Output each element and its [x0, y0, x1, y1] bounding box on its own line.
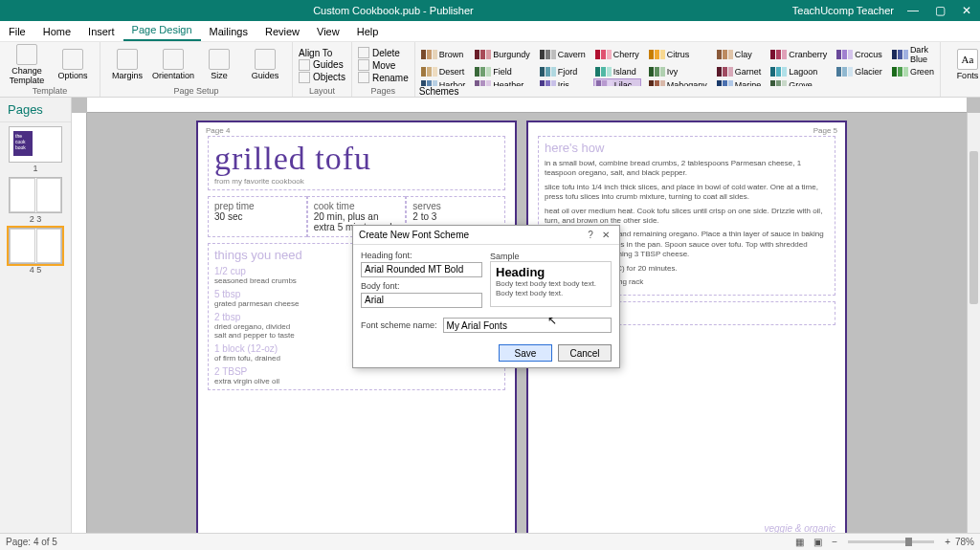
scheme-green[interactable]: Green [890, 66, 936, 77]
pages-panel-title: Pages [0, 98, 71, 122]
menu-insert[interactable]: Insert [79, 22, 123, 41]
scheme-mahogany[interactable]: Mahogany [647, 78, 709, 86]
scheme-garnet[interactable]: Garnet [715, 66, 764, 77]
step-text: in a small bowl, combine bread crumbs, 2… [545, 159, 829, 179]
menu-page-design[interactable]: Page Design [123, 20, 201, 41]
scheme-ivy[interactable]: Ivy [647, 66, 709, 77]
heading-font-label: Heading font: [361, 251, 482, 260]
sample-heading: Heading [496, 265, 606, 279]
footer-brand: veggie & organic [765, 523, 836, 533]
sample-label: Sample [490, 252, 520, 261]
scheme-clay[interactable]: Clay [715, 44, 764, 65]
align-objects-toggle[interactable]: Objects [299, 72, 345, 83]
menu-bar: File Home Insert Page Design Mailings Re… [0, 21, 980, 42]
scheme-fjord[interactable]: Fjord [538, 66, 588, 77]
recipe-subtitle: from my favorite cookbook [214, 177, 499, 186]
scheme-cavern[interactable]: Cavern [538, 44, 588, 65]
rename-page-button[interactable]: Rename [358, 72, 409, 83]
guides-button[interactable]: Guides [244, 49, 286, 81]
sample-preview: Heading Body text body text body text. B… [490, 261, 612, 307]
cancel-button[interactable]: Cancel [558, 344, 612, 362]
group-pages-label: Pages [358, 86, 409, 97]
user-name: TeachUcomp Teacher [787, 5, 900, 16]
scheme-island[interactable]: Island [593, 66, 641, 77]
thumb-label: 2 3 [0, 214, 71, 224]
thumb-label: 1 [0, 164, 71, 173]
fonts-button[interactable]: AaFonts [947, 49, 980, 81]
size-button[interactable]: Size [198, 49, 240, 81]
group-layout-label: Layout [299, 86, 345, 97]
body-font-dropdown[interactable]: Arial [361, 293, 482, 308]
align-guides-toggle[interactable]: Guides [299, 59, 345, 71]
schemes-gallery[interactable]: BrownBurgundyCavernCherryCitrusClayCranb… [415, 42, 941, 97]
group-pagebg-label: Page Background [947, 86, 980, 97]
scheme-citrus[interactable]: Citrus [647, 44, 709, 65]
menu-help[interactable]: Help [348, 22, 388, 41]
zoom-slider[interactable] [848, 540, 934, 543]
sample-body: Body text body text body text. Body text… [496, 279, 606, 297]
change-template-button[interactable]: Change Template [6, 44, 48, 86]
margins-button[interactable]: Margins [106, 49, 148, 81]
page-thumb-0[interactable]: the cook book [9, 126, 62, 163]
scheme-iris[interactable]: Iris [538, 78, 588, 86]
menu-view[interactable]: View [308, 22, 348, 41]
scheme-cranberry[interactable]: Cranberry [768, 44, 829, 65]
zoom-in-button[interactable]: + [940, 537, 955, 547]
view-single-button[interactable]: ▦ [791, 537, 809, 547]
pages-panel: Pages the cook book12 34 5 [0, 98, 72, 533]
view-spread-button[interactable]: ▣ [809, 537, 827, 547]
thumb-label: 4 5 [0, 265, 71, 275]
ingredient-desc: of firm tofu, drained [214, 354, 353, 363]
ingredient-desc: dried oregano, dividedsalt and pepper to… [214, 322, 353, 340]
step-text: slice tofu into 1/4 inch thick slices, a… [545, 183, 829, 203]
menu-home[interactable]: Home [34, 22, 79, 41]
scheme-lagoon[interactable]: Lagoon [768, 66, 829, 77]
page-thumb-2[interactable] [9, 228, 62, 264]
alignto-label: Align To [299, 48, 345, 58]
menu-mailings[interactable]: Mailings [201, 22, 256, 41]
close-button[interactable]: ✕ [953, 0, 980, 21]
orientation-button[interactable]: Orientation [152, 49, 194, 81]
scheme-glacier[interactable]: Glacier [835, 66, 884, 77]
page-number: Page 5 [813, 126, 837, 135]
zoom-out-button[interactable]: − [827, 537, 842, 547]
scheme-harbor[interactable]: Harbor [419, 78, 468, 86]
heading-font-dropdown[interactable]: Arial Rounded MT Bold [361, 262, 482, 277]
ingredient-amount: 2 TBSP [214, 366, 353, 377]
scheme-dark-blue[interactable]: Dark Blue [890, 44, 936, 65]
page-number: Page 4 [206, 126, 230, 135]
scheme-desert[interactable]: Desert [419, 66, 468, 77]
dialog-close-button[interactable]: ✕ [598, 230, 613, 240]
scheme-name-input[interactable] [443, 318, 612, 333]
vertical-ruler [72, 113, 87, 533]
menu-review[interactable]: Review [256, 22, 308, 41]
ingredient-amount: 5 tbsp [214, 289, 353, 299]
scheme-crocus[interactable]: Crocus [835, 44, 884, 65]
scheme-grove[interactable]: Grove [768, 78, 829, 86]
move-page-button[interactable]: Move [358, 59, 409, 71]
delete-page-button[interactable]: Delete [358, 47, 409, 58]
scheme-marine[interactable]: Marine [715, 78, 764, 86]
recipe-title: grilled tofu [214, 141, 499, 177]
ingredient-amount: 2 tbsp [214, 312, 353, 322]
ingredient-desc: seasoned bread crumbs [214, 276, 353, 285]
minimize-button[interactable]: — [900, 0, 926, 21]
step-text: heat oil over medium heat. Cook tofu sli… [545, 207, 829, 227]
prep-value: 30 sec [214, 211, 301, 222]
scheme-lilac[interactable]: Lilac [593, 78, 641, 86]
title-bar: Custom Cookbook.pub - Publisher TeachUco… [0, 0, 980, 21]
scheme-brown[interactable]: Brown [419, 44, 468, 65]
vertical-scrollbar[interactable] [967, 113, 980, 533]
save-button[interactable]: Save [499, 344, 552, 362]
scheme-heather[interactable]: Heather [473, 78, 532, 86]
scheme-field[interactable]: Field [473, 66, 532, 77]
scheme-burgundy[interactable]: Burgundy [473, 44, 532, 65]
ingredient-desc: grated parmesan cheese [214, 299, 353, 308]
menu-file[interactable]: File [0, 22, 34, 41]
page-thumb-1[interactable] [9, 177, 62, 213]
options-button[interactable]: Options [52, 49, 94, 81]
scheme-cherry[interactable]: Cherry [593, 44, 641, 65]
maximize-button[interactable]: ▢ [926, 0, 953, 21]
ribbon: Change Template Options Template Margins… [0, 42, 980, 98]
dialog-help-button[interactable]: ? [583, 230, 598, 240]
